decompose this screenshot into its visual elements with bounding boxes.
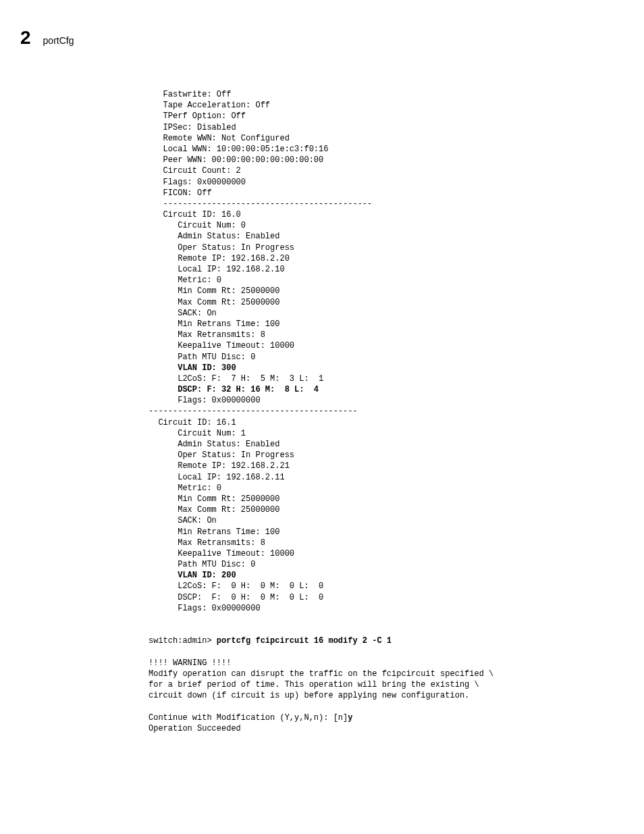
chapter-number: 2 [20, 27, 31, 49]
cfg-line: Path MTU Disc: 0 [149, 560, 255, 569]
cfg-line: Oper Status: In Progress [149, 450, 294, 460]
cfg-line: Min Retrans Time: 100 [149, 527, 279, 537]
page-header: 2 portCfg [20, 27, 603, 49]
cfg-line: Flags: 0x00000000 [149, 178, 246, 187]
cfg-line: Remote IP: 192.168.2.21 [149, 461, 290, 471]
cfg-line: Max Retransmits: 8 [149, 538, 265, 548]
cfg-line: Circuit Count: 2 [149, 166, 241, 176]
l2cos-line: L2CoS: F: 7 H: 5 M: 3 L: 1 [149, 374, 323, 384]
cfg-line: Circuit ID: 16.1 [149, 418, 236, 427]
cfg-line: Tape Acceleration: Off [149, 101, 270, 110]
cfg-line: Admin Status: Enabled [149, 232, 279, 241]
prompt-line: Continue with Modification (Y,y,N,n): [n… [149, 713, 348, 723]
cfg-line: Circuit Num: 1 [149, 429, 246, 438]
cfg-line: Remote IP: 192.168.2.20 [149, 254, 290, 263]
cfg-line: Keepalive Timeout: 10000 [149, 549, 294, 558]
cfg-line: SACK: On [149, 309, 217, 318]
cfg-line: Local IP: 192.168.2.10 [149, 265, 285, 274]
vlan-id-line: VLAN ID: 200 [149, 571, 236, 580]
cfg-line: Admin Status: Enabled [149, 440, 279, 449]
warning-line: circuit down (if circuit is up) before a… [149, 691, 469, 700]
cfg-line: Min Comm Rt: 25000000 [149, 494, 279, 504]
warning-line: !!!! WARNING !!!! [149, 658, 231, 668]
warning-line: Modify operation can disrupt the traffic… [149, 669, 493, 679]
cfg-line: ----------------------------------------… [149, 199, 372, 209]
cfg-line: Max Comm Rt: 25000000 [149, 298, 279, 307]
cfg-line: Max Retransmits: 8 [149, 330, 265, 340]
shell-command: portcfg fcipcircuit 16 modify 2 -C 1 [217, 636, 392, 646]
cfg-line: Local IP: 192.168.2.11 [149, 473, 285, 482]
shell-prompt: switch:admin> [149, 636, 217, 646]
cfg-line: Metric: 0 [149, 276, 221, 285]
result-line: Operation Succeeded [149, 724, 241, 733]
dscp-line: DSCP: F: 0 H: 0 M: 0 L: 0 [149, 593, 323, 602]
chapter-title: portCfg [43, 35, 74, 46]
user-input: y [348, 713, 352, 723]
cfg-line: TPerf Option: Off [149, 111, 246, 121]
dscp-line: DSCP: F: 32 H: 16 M: 8 L: 4 [149, 385, 319, 394]
cfg-line: Local WWN: 10:00:00:05:1e:c3:f0:16 [149, 145, 328, 154]
vlan-id-line: VLAN ID: 300 [149, 363, 236, 373]
cfg-line: Peer WWN: 00:00:00:00:00:00:00:00 [149, 155, 323, 165]
cfg-line: Max Comm Rt: 25000000 [149, 505, 279, 515]
cfg-line: Path MTU Disc: 0 [149, 353, 255, 362]
warning-line: for a brief period of time. This operati… [149, 680, 479, 689]
cfg-line: SACK: On [149, 516, 217, 525]
flags-line: Flags: 0x00000000 [149, 396, 261, 405]
cfg-line: IPSec: Disabled [149, 123, 236, 132]
cfg-line: Circuit ID: 16.0 [149, 210, 241, 219]
cfg-line: Circuit Num: 0 [149, 221, 246, 230]
cfg-line: Min Comm Rt: 25000000 [149, 286, 279, 296]
cfg-line: Remote WWN: Not Configured [149, 134, 290, 143]
l2cos-line: L2CoS: F: 0 H: 0 M: 0 L: 0 [149, 581, 323, 591]
flags-line: Flags: 0x00000000 [149, 604, 261, 613]
cfg-line: FICON: Off [149, 188, 212, 198]
console-output: Fastwrite: Off Tape Acceleration: Off TP… [149, 89, 603, 734]
cfg-line: Fastwrite: Off [149, 90, 231, 99]
cfg-line: Metric: 0 [149, 484, 221, 493]
cfg-line: Min Retrans Time: 100 [149, 319, 279, 329]
cfg-line: Oper Status: In Progress [149, 243, 294, 253]
cfg-line: Keepalive Timeout: 10000 [149, 341, 294, 350]
separator-line: ----------------------------------------… [149, 407, 358, 416]
